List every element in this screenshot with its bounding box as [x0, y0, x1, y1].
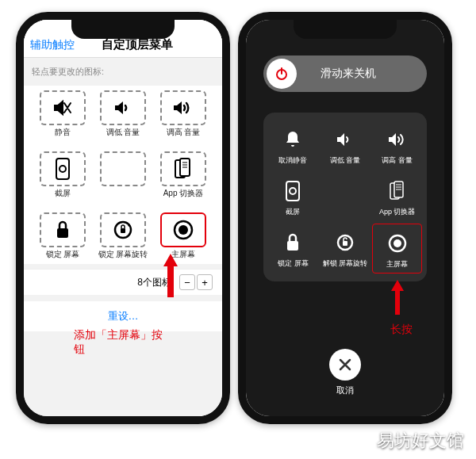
- cell-screenshot[interactable]: 截屏: [35, 147, 90, 203]
- app-switcher-icon: [390, 181, 405, 201]
- bell-icon: [284, 130, 301, 149]
- label: 锁定 屏幕: [46, 250, 80, 259]
- arrow-annotation: [389, 280, 406, 318]
- cell-vol-up[interactable]: 调高 音量: [372, 120, 422, 170]
- cell-unmute[interactable]: 取消静音: [268, 120, 318, 170]
- slide-label: 滑动来关机: [273, 67, 424, 81]
- svg-rect-14: [286, 182, 299, 201]
- arrow-annotation: [160, 254, 181, 301]
- svg-rect-9: [121, 228, 125, 233]
- cell-lock-screen[interactable]: 锁定 屏幕: [35, 208, 90, 264]
- svg-point-1: [60, 166, 66, 172]
- label: 截屏: [55, 189, 71, 198]
- svg-rect-23: [343, 241, 347, 246]
- screenshot-icon: [286, 181, 300, 201]
- label: 静音: [55, 128, 71, 137]
- cell-empty[interactable]: [95, 147, 151, 203]
- label: 主屏幕: [386, 260, 408, 269]
- close-icon: [339, 358, 351, 371]
- phone-right: 滑动来关机 取消静音 调低 音量 调高 音量 截屏 App 切换器 锁定 屏幕 …: [238, 12, 452, 424]
- count-row: 8个图标 − +: [24, 269, 222, 295]
- annotation-text: 长按: [390, 323, 413, 337]
- label: 锁定 屏幕: [278, 259, 309, 268]
- label: 调低 音量: [330, 156, 361, 165]
- label: 调低 音量: [106, 128, 140, 137]
- cell-lock-rotation[interactable]: 锁定 屏幕旋转: [95, 208, 151, 264]
- svg-point-25: [393, 239, 401, 247]
- label: 截屏: [286, 208, 300, 216]
- close-label: 取消: [336, 384, 354, 396]
- cell-vol-up[interactable]: 调高 音量: [155, 86, 211, 142]
- lock-icon: [286, 233, 300, 252]
- annotation-text: 添加「主屏幕」按钮: [74, 328, 173, 357]
- label: 取消静音: [278, 156, 307, 165]
- cell-app-switcher[interactable]: App 切换器: [372, 172, 422, 221]
- svg-rect-7: [57, 228, 68, 238]
- svg-rect-0: [56, 159, 69, 179]
- cell-screenshot[interactable]: 截屏: [268, 172, 318, 221]
- label: 调高 音量: [167, 128, 201, 137]
- label: App 切换器: [379, 208, 416, 216]
- rotation-unlock-icon: [335, 232, 355, 253]
- cell-vol-down[interactable]: 调低 音量: [321, 120, 370, 170]
- vol-up-icon: [172, 99, 194, 117]
- reset-button[interactable]: 重设…: [24, 301, 222, 331]
- cell-mute[interactable]: 静音: [35, 86, 90, 142]
- svg-point-15: [290, 188, 296, 194]
- subtitle: 轻点要更改的图标:: [24, 58, 222, 86]
- cell-empty: [321, 172, 370, 221]
- mute-icon: [52, 99, 73, 117]
- label: 调高 音量: [382, 156, 413, 165]
- label: 锁定 屏幕旋转: [98, 250, 148, 259]
- close-section: 取消: [329, 349, 361, 396]
- home-icon: [172, 219, 194, 241]
- vol-down-icon: [336, 132, 355, 147]
- lock-icon: [55, 220, 71, 240]
- svg-rect-21: [287, 241, 298, 251]
- cell-lock-screen[interactable]: 锁定 屏幕: [268, 224, 318, 274]
- vol-down-icon: [113, 99, 133, 117]
- app-switcher-icon: [175, 158, 192, 180]
- notch: [294, 20, 397, 39]
- notch: [71, 20, 175, 39]
- increment-button[interactable]: +: [197, 274, 213, 290]
- page-title: 自定顶层菜单: [59, 37, 216, 52]
- assistive-panel: 取消静音 调低 音量 调高 音量 截屏 App 切换器 锁定 屏幕 解锁 屏幕旋…: [263, 113, 427, 281]
- cell-app-switcher[interactable]: App 切换器: [155, 147, 211, 203]
- rotation-lock-icon: [112, 219, 134, 241]
- close-button[interactable]: [329, 349, 361, 381]
- phone-left: 辅助触控 自定顶层菜单 轻点要更改的图标: 静音 调低 音量 调高 音量 截屏 …: [16, 12, 230, 424]
- home-icon: [387, 233, 408, 254]
- screenshot-icon: [55, 158, 71, 180]
- label: App 切换器: [163, 189, 204, 198]
- cell-home[interactable]: 主屏幕: [372, 224, 422, 274]
- icon-grid: 静音 调低 音量 调高 音量 截屏 App 切换器 锁定 屏幕 锁定 屏幕旋转 …: [24, 86, 222, 264]
- label: 解锁 屏幕旋转: [323, 259, 368, 268]
- cell-unlock-rotation[interactable]: 解锁 屏幕旋转: [321, 224, 370, 274]
- cell-vol-down[interactable]: 调低 音量: [95, 86, 151, 142]
- decrement-button[interactable]: −: [179, 274, 195, 290]
- svg-point-11: [178, 225, 188, 235]
- power-slider[interactable]: 滑动来关机: [263, 55, 427, 92]
- vol-up-icon: [387, 132, 408, 147]
- watermark: 易坊好文馆: [377, 429, 464, 453]
